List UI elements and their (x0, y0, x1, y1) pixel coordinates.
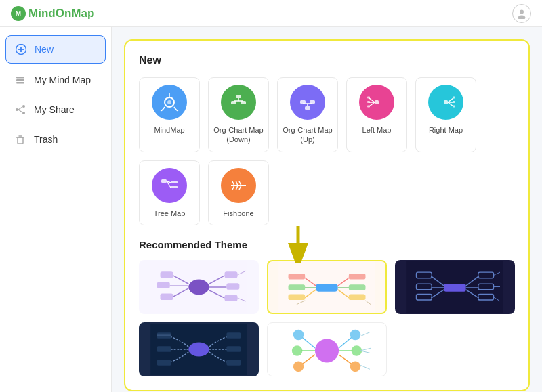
themes-grid (139, 260, 515, 376)
main-content: New MindMap Org-Chart Map (Down) (112, 27, 542, 392)
map-type-fishbone[interactable]: Fishbone (208, 160, 269, 225)
svg-rect-24 (231, 101, 236, 104)
svg-rect-84 (349, 274, 366, 280)
map-type-org-up[interactable]: Org-Chart Map (Up) (277, 77, 338, 152)
svg-line-32 (369, 98, 375, 102)
svg-rect-45 (161, 179, 167, 183)
sidebar: New My Mind Map My Share Trash (0, 27, 112, 392)
recommended-title: Recommended Theme (139, 239, 515, 251)
svg-rect-113 (157, 360, 171, 366)
map-types-grid: MindMap Org-Chart Map (Down) Org-Chart M… (139, 77, 515, 225)
svg-rect-92 (444, 284, 465, 291)
sidebar-item-my-share-label: My Share (34, 104, 75, 115)
logo-icon: M (11, 6, 26, 21)
svg-rect-9 (16, 82, 24, 84)
svg-rect-37 (367, 106, 370, 108)
svg-point-11 (22, 112, 25, 114)
svg-point-2 (520, 9, 524, 14)
share-icon (14, 103, 27, 116)
svg-rect-82 (289, 294, 306, 300)
svg-rect-8 (16, 79, 24, 81)
svg-point-109 (188, 342, 209, 356)
svg-rect-29 (300, 100, 306, 104)
svg-point-122 (292, 345, 303, 356)
left-map-label: Left Map (362, 125, 392, 135)
logo-text: MindOnMap (28, 7, 94, 20)
svg-rect-72 (225, 295, 238, 301)
new-section-title: New (139, 54, 515, 66)
org-up-icon (290, 85, 325, 120)
svg-rect-42 (453, 97, 455, 99)
svg-rect-86 (349, 284, 366, 290)
svg-rect-80 (289, 284, 306, 290)
svg-rect-49 (171, 186, 178, 188)
theme-card-4[interactable] (139, 322, 259, 376)
sidebar-item-trash-label: Trash (34, 134, 58, 145)
svg-rect-48 (171, 181, 178, 183)
svg-rect-38 (444, 100, 448, 104)
svg-rect-88 (349, 294, 366, 300)
map-type-tree-map[interactable]: Tree Map (139, 160, 200, 225)
svg-line-14 (18, 110, 22, 112)
svg-rect-68 (225, 271, 238, 278)
svg-point-126 (350, 330, 361, 341)
trash-icon (14, 133, 27, 146)
svg-line-52 (236, 181, 238, 186)
theme-5-preview (268, 323, 386, 376)
svg-line-39 (448, 98, 453, 102)
header: M MindOnMap (0, 0, 542, 27)
sidebar-item-new[interactable]: New (5, 35, 106, 64)
logo: M MindOnMap (11, 6, 94, 21)
map-type-mindmap[interactable]: MindMap (139, 77, 200, 152)
sidebar-item-trash[interactable]: Trash (5, 126, 106, 153)
svg-rect-35 (367, 97, 370, 99)
content-card: New MindMap Org-Chart Map (Down) (124, 39, 530, 391)
svg-point-124 (293, 361, 304, 372)
svg-rect-64 (157, 282, 170, 288)
svg-point-20 (167, 100, 171, 104)
svg-line-13 (18, 107, 22, 110)
sidebar-item-new-label: New (35, 44, 54, 55)
mindmap-label: MindMap (154, 125, 184, 135)
fishbone-icon (221, 168, 256, 203)
svg-rect-26 (305, 106, 310, 110)
svg-point-10 (22, 105, 25, 108)
svg-rect-15 (18, 137, 23, 144)
svg-point-12 (16, 108, 18, 111)
org-up-label: Org-Chart Map (Up) (282, 125, 333, 145)
svg-rect-115 (226, 346, 241, 352)
theme-card-2[interactable] (267, 260, 387, 314)
svg-rect-43 (453, 101, 455, 103)
theme-1-preview (140, 261, 257, 313)
svg-rect-110 (157, 332, 171, 339)
theme-card-1[interactable] (139, 260, 259, 314)
org-down-icon (221, 85, 256, 120)
sidebar-item-my-mind-map[interactable]: My Mind Map (5, 66, 106, 93)
map-type-left-map[interactable]: Left Map (346, 77, 407, 152)
map-type-right-map[interactable]: Right Map (415, 77, 476, 152)
right-map-label: Right Map (429, 125, 463, 135)
theme-4-preview (140, 324, 257, 375)
map-type-org-down[interactable]: Org-Chart Map (Down) (208, 77, 269, 152)
svg-rect-7 (16, 77, 24, 79)
svg-rect-76 (316, 284, 337, 291)
fishbone-label: Fishbone (223, 209, 253, 218)
svg-point-60 (188, 279, 209, 295)
svg-rect-112 (157, 346, 171, 352)
right-map-icon (428, 85, 463, 120)
sidebar-item-my-share[interactable]: My Share (5, 96, 106, 123)
themes-container (139, 260, 515, 376)
svg-text:M: M (16, 10, 21, 18)
tree-map-icon (152, 168, 187, 203)
mindmap-icon (152, 85, 187, 120)
svg-rect-78 (289, 274, 306, 280)
theme-card-5[interactable] (267, 322, 387, 376)
svg-rect-31 (375, 100, 379, 104)
user-avatar[interactable] (512, 4, 531, 23)
svg-rect-114 (226, 332, 241, 339)
theme-3-preview (396, 261, 514, 313)
theme-card-3[interactable] (395, 260, 515, 314)
user-icon (516, 8, 527, 19)
svg-rect-21 (236, 95, 241, 98)
svg-rect-116 (226, 360, 241, 366)
